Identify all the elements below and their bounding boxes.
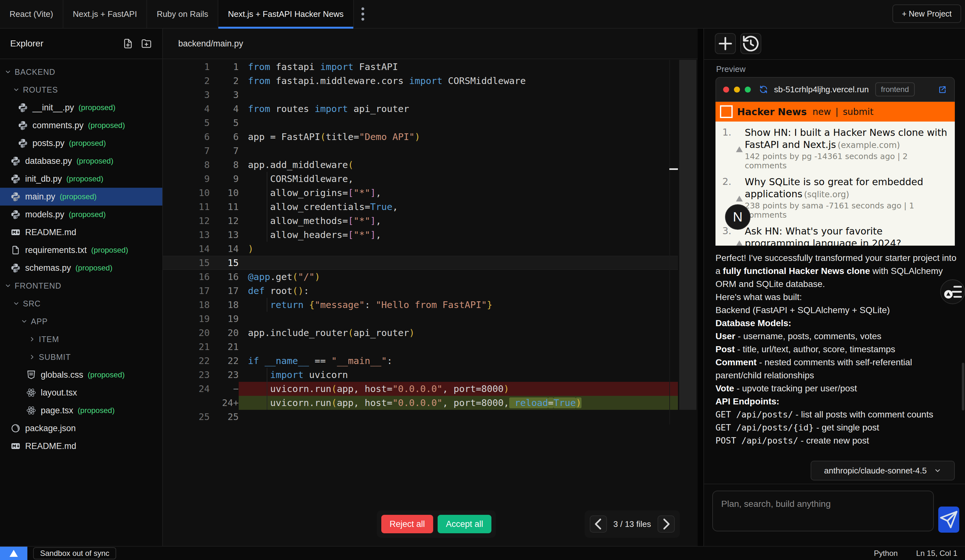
reject-all-button[interactable]: Reject all — [381, 515, 433, 533]
tree-item-label: README.md — [25, 441, 76, 451]
refresh-icon — [759, 85, 768, 94]
chat-input[interactable] — [712, 491, 934, 531]
code-line: 2222if __name__ == "__main__": — [163, 354, 678, 368]
upvote-button[interactable] — [734, 127, 745, 170]
tree-item[interactable]: SRC — [0, 295, 162, 312]
proposed-badge: (proposed) — [79, 103, 116, 112]
tree-item-label: SUBMIT — [39, 353, 71, 362]
tree-item-label: README.md — [25, 227, 76, 237]
activity-log-button[interactable] — [940, 279, 965, 304]
diff-actions: Reject all Accept all — [377, 510, 496, 538]
tree-item[interactable]: APP — [0, 312, 162, 330]
model-selector[interactable]: anthropic/claude-sonnet-4.5 — [811, 461, 955, 480]
tree-item[interactable]: page.tsx (proposed) — [0, 402, 162, 420]
code-line: 1616@app.get("/") — [163, 270, 678, 284]
previous-file-button[interactable] — [590, 516, 607, 533]
kebab-icon — [354, 5, 372, 23]
language-mode[interactable]: Python — [874, 549, 898, 558]
code-line: 88app.add_middleware( — [163, 158, 678, 172]
hn-nav-new[interactable]: new — [813, 106, 831, 117]
chevron-icon — [5, 282, 11, 289]
tree-item[interactable]: database.py (proposed) — [0, 152, 162, 170]
tree-item[interactable]: ITEM — [0, 330, 162, 348]
tree-item[interactable]: __init__.py (proposed) — [0, 99, 162, 116]
tree-item-label: globals.css — [41, 370, 83, 380]
tree-item[interactable]: BACKEND — [0, 63, 162, 81]
tree-item[interactable]: SUBMIT — [0, 348, 162, 366]
hn-post-row: 1. Show HN: I built a Hacker News clone … — [719, 127, 949, 170]
preview-url[interactable]: sb-51crhlp4ljhg.vercel.run — [774, 85, 869, 95]
hn-nav-submit[interactable]: submit — [843, 106, 873, 117]
hn-post-title[interactable]: Ask HN: What's your favorite programming… — [745, 225, 901, 246]
tree-item[interactable]: schemas.py (proposed) — [0, 259, 162, 277]
nextjs-logo-letter: N — [733, 209, 743, 225]
editor-scrollbar-thumb[interactable] — [679, 60, 697, 410]
new-file-button[interactable] — [122, 38, 134, 49]
file-type-icon — [18, 138, 28, 148]
overview-ruler-mark — [669, 168, 678, 170]
history-button[interactable] — [740, 33, 761, 54]
code-line: 1212 allow_methods=["*"], — [163, 214, 678, 228]
proposed-badge: (proposed) — [78, 406, 114, 415]
preview-label: Preview — [716, 64, 746, 74]
tree-item[interactable]: models.py (proposed) — [0, 206, 162, 224]
new-project-button[interactable]: + New Project — [893, 5, 961, 23]
open-file-path: backend/main.py — [178, 39, 243, 49]
message-paragraph: Backend (FastAPI + SQLAlchemy + SQLite) — [715, 304, 958, 317]
refresh-button[interactable] — [759, 85, 768, 94]
open-external-button[interactable] — [938, 85, 947, 94]
project-tab[interactable]: Next.js + FastAPI — [63, 0, 147, 28]
project-tab[interactable]: Next.js + FastAPI Hacker News — [218, 0, 353, 28]
editor-scrollbar[interactable] — [678, 60, 698, 424]
file-type-icon — [10, 156, 21, 166]
new-chat-button[interactable] — [715, 33, 736, 54]
code-editor[interactable]: 11from fastapi import FastAPI22from fast… — [163, 60, 698, 426]
project-tab[interactable]: Ruby on Rails — [147, 0, 218, 28]
tree-item[interactable]: globals.css (proposed) — [0, 366, 162, 384]
hn-rank: 1. — [719, 127, 734, 170]
window-minimize-dot — [734, 87, 740, 93]
code-line: 1919 — [163, 312, 678, 326]
file-type-icon — [10, 227, 21, 237]
proposed-badge: (proposed) — [67, 175, 103, 183]
tree-item-label: init_db.py — [25, 174, 62, 184]
tree-item[interactable]: FRONTEND — [0, 277, 162, 295]
project-tab[interactable]: React (Vite) — [0, 0, 63, 28]
tree-item-label: __init__.py — [33, 103, 74, 113]
tree-item-label: layout.tsx — [41, 388, 77, 398]
tree-item[interactable]: posts.py (proposed) — [0, 134, 162, 152]
file-type-icon — [26, 370, 36, 380]
proposed-badge: (proposed) — [69, 139, 106, 148]
tree-item[interactable]: requirements.txt (proposed) — [0, 241, 162, 259]
cursor-position[interactable]: Ln 15, Col 1 — [916, 549, 957, 558]
tree-item[interactable]: layout.tsx — [0, 384, 162, 402]
tab-overflow-menu-button[interactable] — [354, 0, 372, 28]
diff-file-pager: 3 / 13 files — [585, 510, 680, 538]
assistant-message: Perfect! I've successfully transformed y… — [715, 251, 958, 459]
environment-badge: frontend — [875, 82, 915, 96]
tree-item[interactable]: README.md — [0, 224, 162, 241]
sandbox-sync-status[interactable]: Sandbox out of sync — [33, 547, 116, 559]
accept-all-button[interactable]: Accept all — [438, 515, 491, 533]
send-button[interactable] — [938, 506, 959, 533]
tree-item[interactable]: init_db.py (proposed) — [0, 170, 162, 188]
code-line: 24+ uvicorn.run(app, host="0.0.0.0", por… — [163, 396, 678, 410]
new-folder-button[interactable] — [141, 38, 152, 49]
hn-logo — [720, 105, 733, 118]
code-line: 1515 — [163, 256, 678, 270]
panel-scrollbar-thumb[interactable] — [962, 363, 964, 410]
tree-item[interactable]: README.md — [0, 437, 162, 455]
file-type-icon — [10, 423, 21, 433]
tree-item[interactable]: ROUTES — [0, 81, 162, 99]
file-tree: BACKEND ROUTES __init__.py (proposed) co… — [0, 59, 162, 455]
code-line: 66app = FastAPI(title="Demo API") — [163, 130, 678, 144]
tree-item[interactable]: package.json — [0, 420, 162, 437]
vercel-logo[interactable] — [0, 547, 27, 560]
file-type-icon — [18, 120, 28, 131]
tree-item-label: schemas.py — [25, 263, 71, 273]
message-paragraph: POST /api/posts/ - create new post — [715, 434, 958, 447]
next-file-button[interactable] — [658, 516, 675, 533]
code-line: 1818 return {"message": "Hello from Fast… — [163, 298, 678, 312]
tree-item[interactable]: main.py (proposed) — [0, 188, 162, 206]
tree-item[interactable]: comments.py (proposed) — [0, 116, 162, 134]
